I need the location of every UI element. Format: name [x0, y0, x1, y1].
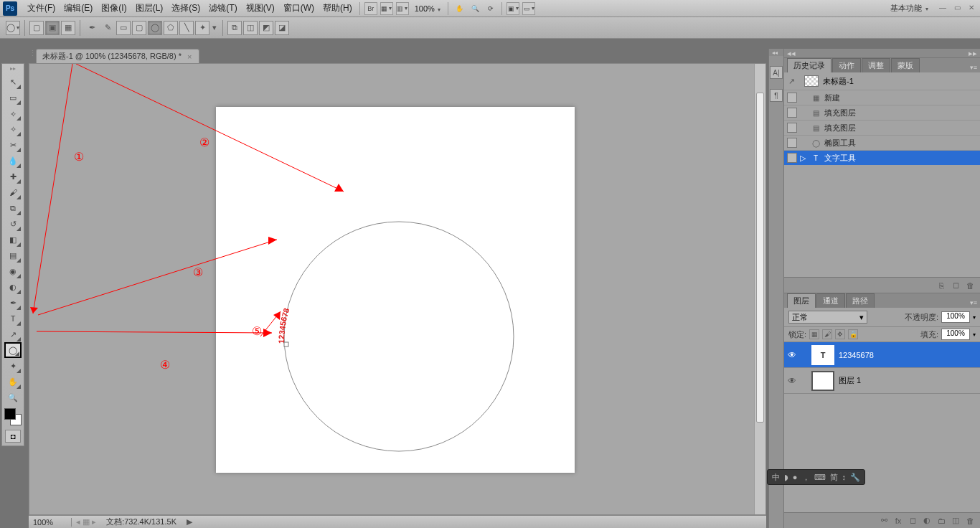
toolbox-grip[interactable]: ▸▸ — [2, 67, 24, 74]
shape-tool[interactable]: ◯ — [4, 342, 22, 358]
fill-pixels-mode[interactable]: ▦ — [61, 21, 75, 35]
visibility-icon[interactable]: 👁 — [787, 376, 797, 386]
path-combine-add[interactable]: ⧉ — [227, 21, 242, 35]
history-toggle[interactable] — [787, 153, 797, 163]
brush-tool[interactable]: 🖌 — [4, 184, 22, 200]
bridge-icon[interactable]: Br — [364, 2, 377, 15]
tab-channels[interactable]: 通道 — [816, 293, 845, 308]
panel-menu-icon[interactable]: ▾≡ — [967, 62, 980, 72]
tab-history[interactable]: 历史记录 — [787, 58, 831, 72]
layer-thumb[interactable] — [811, 371, 834, 391]
lock-position-icon[interactable]: ✥ — [835, 329, 845, 339]
path-combine-sub[interactable]: ◫ — [243, 21, 258, 35]
close-button[interactable]: ✕ — [966, 4, 977, 14]
path-text[interactable]: 12345678 — [277, 307, 291, 344]
tab-masks[interactable]: 蒙版 — [891, 58, 920, 72]
layer-name[interactable]: 12345678 — [839, 351, 874, 359]
history-item[interactable]: ▤填充图层 — [784, 105, 980, 120]
roundrect-shape-icon[interactable]: ▢ — [132, 21, 146, 35]
ime-toolbar[interactable]: 中 ◗ ● ， ⌨ 简 ↕ 🔧 — [767, 469, 865, 485]
quickmask-toggle[interactable]: ◘ — [5, 430, 21, 443]
path-combine-int[interactable]: ◩ — [259, 21, 273, 35]
zoom-tool[interactable]: 🔍 — [4, 390, 22, 405]
fill-input[interactable]: 100% — [941, 329, 970, 340]
pen-icon[interactable]: ✒ — [85, 21, 99, 35]
heal-tool[interactable]: ✚ — [4, 169, 22, 184]
new-layer-icon[interactable]: ◫ — [950, 515, 961, 527]
canvas[interactable]: 12345678 — [216, 107, 575, 473]
line-shape-icon[interactable]: ╲ — [179, 21, 194, 35]
zoom-icon[interactable]: 🔍 — [468, 2, 481, 15]
blur-tool[interactable]: ◉ — [4, 263, 22, 279]
visibility-icon[interactable]: 👁 — [787, 350, 797, 360]
history-item[interactable]: ◯椭圆工具 — [784, 135, 980, 150]
type-tool[interactable]: T — [4, 311, 22, 326]
paragraph-panel-icon[interactable]: ¶ — [770, 89, 783, 102]
workspace-switcher[interactable]: 基本功能 ▾ — [885, 3, 934, 14]
blend-mode-select[interactable]: 正常▾ — [788, 311, 867, 324]
menu-view[interactable]: 视图(V) — [242, 2, 279, 14]
shape-layer-mode[interactable]: ▢ — [29, 21, 44, 35]
scrollbar-thumb[interactable] — [756, 93, 764, 423]
delete-state-icon[interactable]: 🗑 — [964, 280, 976, 291]
tool-preset[interactable]: ◯▾ — [6, 21, 20, 35]
lock-pixels-icon[interactable]: 🖌 — [822, 329, 832, 339]
history-toggle[interactable] — [787, 138, 797, 148]
new-snapshot-icon[interactable]: ◻ — [950, 280, 961, 291]
history-item[interactable]: ▦新建 — [784, 90, 980, 105]
rect-shape-icon[interactable]: ▭ — [116, 21, 131, 35]
wand-tool[interactable]: ✧ — [4, 121, 22, 137]
lasso-tool[interactable]: ⟡ — [4, 105, 22, 121]
layer-row[interactable]: 👁图层 1 — [784, 368, 980, 394]
maximize-button[interactable]: ▭ — [951, 4, 963, 14]
hand-tool[interactable]: ✋ — [4, 374, 22, 390]
layer-mask-icon[interactable]: ◻ — [907, 515, 918, 527]
delete-layer-icon[interactable]: 🗑 — [964, 515, 976, 527]
mini-bridge-icon[interactable]: ▦▾ — [380, 2, 393, 15]
freeform-pen-icon[interactable]: ✎ — [100, 21, 115, 35]
tab-grip[interactable]: ⋮⋮ — [29, 49, 36, 63]
link-layers-icon[interactable]: ⚯ — [878, 515, 890, 527]
close-tab-icon[interactable]: × — [187, 52, 192, 61]
move-tool[interactable]: ↖ — [4, 74, 22, 90]
zoom-readout[interactable]: 100% ▾ — [410, 4, 445, 13]
lock-transparency-icon[interactable]: ▦ — [809, 329, 819, 339]
history-item[interactable]: ▷T文字工具 — [784, 150, 980, 165]
color-swatches[interactable] — [4, 408, 22, 425]
history-snapshot[interactable]: ↗ 未标题-1 — [784, 72, 980, 90]
rotate-icon[interactable]: ⟳ — [484, 2, 497, 15]
layer-row[interactable]: 👁T12345678 — [784, 342, 980, 368]
status-docsize[interactable]: 文档:732.4K/131.5K — [100, 517, 182, 527]
history-brush-tool[interactable]: ↺ — [4, 216, 22, 232]
menu-edit[interactable]: 编辑(E) — [60, 2, 97, 14]
tab-layers[interactable]: 图层 — [787, 293, 816, 308]
menu-filter[interactable]: 滤镜(T) — [204, 2, 241, 14]
group-icon[interactable]: 🗀 — [936, 515, 947, 527]
document-tab[interactable]: 未标题-1 @ 100% (12345678, RGB/8) * × — [36, 49, 199, 63]
dodge-tool[interactable]: ◐ — [4, 279, 22, 295]
minimize-button[interactable]: — — [937, 4, 948, 14]
character-panel-icon[interactable]: A| — [770, 66, 783, 79]
panels-grip[interactable]: ◂◂▸▸ — [784, 49, 980, 57]
path-anchor[interactable] — [284, 342, 288, 346]
status-zoom[interactable]: 100% — [29, 518, 72, 527]
vertical-scrollbar[interactable] — [754, 64, 765, 514]
panel-menu-icon[interactable]: ▾≡ — [967, 298, 980, 308]
lock-all-icon[interactable]: 🔒 — [848, 329, 858, 339]
strip-grip[interactable]: ◂◂ — [769, 49, 783, 56]
polygon-shape-icon[interactable]: ⬠ — [164, 21, 178, 35]
fg-color-swatch[interactable] — [4, 408, 16, 420]
history-toggle[interactable] — [787, 108, 797, 118]
menu-help[interactable]: 帮助(H) — [319, 2, 357, 14]
eraser-tool[interactable]: ◧ — [4, 232, 22, 248]
ellipse-path[interactable] — [284, 222, 514, 451]
marquee-tool[interactable]: ▭ — [4, 90, 22, 105]
hand-icon[interactable]: ✋ — [453, 2, 466, 15]
path-combine-exc[interactable]: ◪ — [275, 21, 289, 35]
shape-options-dd[interactable]: ▾ — [211, 21, 218, 35]
history-item[interactable]: ▤填充图层 — [784, 120, 980, 135]
menu-file[interactable]: 文件(F) — [23, 2, 60, 14]
crop-tool[interactable]: ✂ — [4, 137, 22, 153]
history-toggle[interactable] — [787, 93, 797, 103]
tab-actions[interactable]: 动作 — [832, 58, 861, 72]
